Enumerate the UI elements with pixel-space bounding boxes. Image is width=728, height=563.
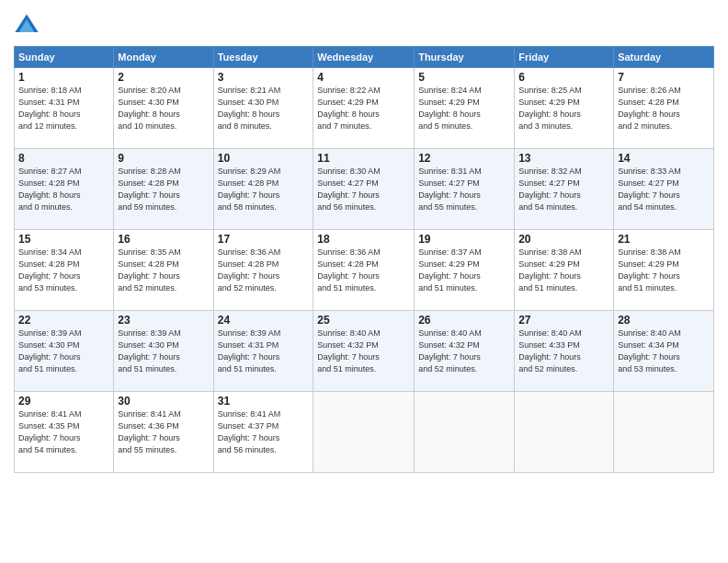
calendar-cell: 20Sunrise: 8:38 AMSunset: 4:29 PMDayligh… [515,230,614,311]
day-detail: Sunrise: 8:40 AMSunset: 4:34 PMDaylight:… [618,327,710,375]
day-detail: Sunrise: 8:21 AMSunset: 4:30 PMDaylight:… [218,85,310,132]
day-number: 27 [518,314,609,327]
day-detail: Sunrise: 8:20 AMSunset: 4:30 PMDaylight:… [118,85,209,132]
calendar-cell: 15Sunrise: 8:34 AMSunset: 4:28 PMDayligh… [15,230,114,311]
weekday-header-sunday: Sunday [15,47,114,68]
calendar-week-2: 8Sunrise: 8:27 AMSunset: 4:28 PMDaylight… [15,149,714,230]
calendar-cell: 28Sunrise: 8:40 AMSunset: 4:34 PMDayligh… [614,311,714,392]
day-detail: Sunrise: 8:41 AMSunset: 4:35 PMDaylight:… [18,408,109,456]
calendar-cell: 19Sunrise: 8:37 AMSunset: 4:29 PMDayligh… [415,230,515,311]
weekday-header-thursday: Thursday [415,47,515,68]
day-number: 22 [18,314,109,327]
day-detail: Sunrise: 8:37 AMSunset: 4:29 PMDaylight:… [418,247,510,294]
day-detail: Sunrise: 8:41 AMSunset: 4:36 PMDaylight:… [118,408,209,456]
day-detail: Sunrise: 8:40 AMSunset: 4:32 PMDaylight:… [418,327,510,375]
day-number: 21 [618,233,710,246]
day-detail: Sunrise: 8:30 AMSunset: 4:27 PMDaylight:… [317,166,410,213]
day-number: 14 [618,152,710,165]
calendar-week-3: 15Sunrise: 8:34 AMSunset: 4:28 PMDayligh… [15,230,714,311]
day-number: 15 [18,233,109,246]
calendar-cell [515,392,614,473]
day-number: 2 [118,71,209,84]
day-number: 17 [218,233,310,246]
day-detail: Sunrise: 8:35 AMSunset: 4:28 PMDaylight:… [118,247,209,294]
day-number: 13 [518,152,609,165]
day-number: 28 [618,314,710,327]
calendar-cell: 17Sunrise: 8:36 AMSunset: 4:28 PMDayligh… [213,230,313,311]
weekday-header-row: SundayMondayTuesdayWednesdayThursdayFrid… [15,47,714,68]
calendar-week-5: 29Sunrise: 8:41 AMSunset: 4:35 PMDayligh… [15,392,714,473]
calendar-cell: 3Sunrise: 8:21 AMSunset: 4:30 PMDaylight… [213,68,313,149]
day-detail: Sunrise: 8:32 AMSunset: 4:27 PMDaylight:… [518,166,609,213]
calendar-cell: 25Sunrise: 8:40 AMSunset: 4:32 PMDayligh… [313,311,415,392]
calendar-cell: 18Sunrise: 8:36 AMSunset: 4:28 PMDayligh… [313,230,415,311]
day-number: 18 [317,233,410,246]
day-number: 31 [218,395,310,408]
calendar-cell: 9Sunrise: 8:28 AMSunset: 4:28 PMDaylight… [114,149,213,230]
calendar-cell: 21Sunrise: 8:38 AMSunset: 4:29 PMDayligh… [614,230,714,311]
calendar-cell: 30Sunrise: 8:41 AMSunset: 4:36 PMDayligh… [114,392,213,473]
day-detail: Sunrise: 8:25 AMSunset: 4:29 PMDaylight:… [518,85,609,132]
calendar-week-1: 1Sunrise: 8:18 AMSunset: 4:31 PMDaylight… [15,68,714,149]
weekday-header-monday: Monday [114,47,213,68]
day-number: 11 [317,152,410,165]
calendar-cell: 13Sunrise: 8:32 AMSunset: 4:27 PMDayligh… [515,149,614,230]
calendar-cell: 31Sunrise: 8:41 AMSunset: 4:37 PMDayligh… [213,392,313,473]
calendar-cell: 4Sunrise: 8:22 AMSunset: 4:29 PMDaylight… [313,68,415,149]
day-detail: Sunrise: 8:24 AMSunset: 4:29 PMDaylight:… [418,85,510,132]
day-detail: Sunrise: 8:28 AMSunset: 4:28 PMDaylight:… [118,166,209,213]
calendar-cell: 2Sunrise: 8:20 AMSunset: 4:30 PMDaylight… [114,68,213,149]
day-detail: Sunrise: 8:39 AMSunset: 4:30 PMDaylight:… [118,327,209,375]
day-number: 12 [418,152,510,165]
weekday-header-friday: Friday [515,47,614,68]
calendar-cell: 5Sunrise: 8:24 AMSunset: 4:29 PMDaylight… [415,68,515,149]
weekday-header-wednesday: Wednesday [313,47,415,68]
day-number: 24 [218,314,310,327]
day-number: 3 [218,71,310,84]
logo [14,13,43,39]
day-detail: Sunrise: 8:40 AMSunset: 4:33 PMDaylight:… [518,327,609,375]
calendar-table: SundayMondayTuesdayWednesdayThursdayFrid… [14,46,714,473]
day-number: 10 [218,152,310,165]
day-number: 4 [317,71,410,84]
day-number: 1 [18,71,109,84]
day-number: 6 [518,71,609,84]
calendar-cell [415,392,515,473]
day-detail: Sunrise: 8:36 AMSunset: 4:28 PMDaylight:… [317,247,410,294]
calendar-cell [614,392,714,473]
calendar-cell: 22Sunrise: 8:39 AMSunset: 4:30 PMDayligh… [15,311,114,392]
day-detail: Sunrise: 8:39 AMSunset: 4:30 PMDaylight:… [18,327,109,375]
day-detail: Sunrise: 8:38 AMSunset: 4:29 PMDaylight:… [518,247,609,294]
day-detail: Sunrise: 8:27 AMSunset: 4:28 PMDaylight:… [18,166,109,213]
day-number: 25 [317,314,410,327]
calendar-week-4: 22Sunrise: 8:39 AMSunset: 4:30 PMDayligh… [15,311,714,392]
calendar-cell [313,392,415,473]
day-number: 20 [518,233,609,246]
day-detail: Sunrise: 8:31 AMSunset: 4:27 PMDaylight:… [418,166,510,213]
calendar-cell: 27Sunrise: 8:40 AMSunset: 4:33 PMDayligh… [515,311,614,392]
weekday-header-saturday: Saturday [614,47,714,68]
calendar-cell: 23Sunrise: 8:39 AMSunset: 4:30 PMDayligh… [114,311,213,392]
page: SundayMondayTuesdayWednesdayThursdayFrid… [0,0,728,563]
calendar-cell: 12Sunrise: 8:31 AMSunset: 4:27 PMDayligh… [415,149,515,230]
calendar-cell: 26Sunrise: 8:40 AMSunset: 4:32 PMDayligh… [415,311,515,392]
day-detail: Sunrise: 8:34 AMSunset: 4:28 PMDaylight:… [18,247,109,294]
day-detail: Sunrise: 8:18 AMSunset: 4:31 PMDaylight:… [18,85,109,132]
logo-icon [14,13,40,39]
calendar-cell: 6Sunrise: 8:25 AMSunset: 4:29 PMDaylight… [515,68,614,149]
day-number: 30 [118,395,209,408]
day-detail: Sunrise: 8:22 AMSunset: 4:29 PMDaylight:… [317,85,410,132]
calendar-cell: 1Sunrise: 8:18 AMSunset: 4:31 PMDaylight… [15,68,114,149]
calendar-cell: 14Sunrise: 8:33 AMSunset: 4:27 PMDayligh… [614,149,714,230]
header [14,9,714,39]
weekday-header-tuesday: Tuesday [213,47,313,68]
calendar-cell: 16Sunrise: 8:35 AMSunset: 4:28 PMDayligh… [114,230,213,311]
calendar-cell: 7Sunrise: 8:26 AMSunset: 4:28 PMDaylight… [614,68,714,149]
day-number: 19 [418,233,510,246]
calendar-cell: 29Sunrise: 8:41 AMSunset: 4:35 PMDayligh… [15,392,114,473]
day-number: 9 [118,152,209,165]
day-number: 23 [118,314,209,327]
calendar-cell: 10Sunrise: 8:29 AMSunset: 4:28 PMDayligh… [213,149,313,230]
day-detail: Sunrise: 8:29 AMSunset: 4:28 PMDaylight:… [218,166,310,213]
day-number: 5 [418,71,510,84]
